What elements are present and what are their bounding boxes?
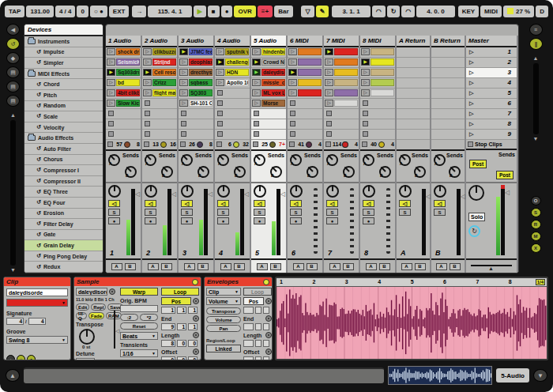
send-b-knob[interactable]: B <box>125 166 137 178</box>
clip-stop-button[interactable] <box>290 121 295 126</box>
track-stop-button[interactable] <box>325 141 331 147</box>
arrangement-view-button[interactable]: ≡ <box>529 24 543 36</box>
clip-slot[interactable] <box>215 89 250 99</box>
solo-button[interactable]: Solo <box>468 213 485 221</box>
clip-play-button[interactable]: ▷ <box>361 69 370 76</box>
env-length-16ths-field[interactable] <box>263 340 269 347</box>
clip-slot[interactable]: ▶ <box>360 58 395 68</box>
clip-stop-button[interactable] <box>108 121 114 126</box>
clip-slot[interactable]: ▷Crizz <box>142 78 177 89</box>
crossfade-b-button[interactable]: B <box>161 263 172 270</box>
scene-3[interactable]: ▷3 <box>466 68 517 78</box>
clip-slot[interactable] <box>142 109 177 119</box>
clip-stop-button[interactable] <box>254 121 259 126</box>
clip-playing-button[interactable]: ▶ <box>179 48 188 55</box>
clip-play-button[interactable]: ▷ <box>143 48 152 55</box>
crossfade-b-button[interactable]: B <box>270 263 281 270</box>
length-bars-field[interactable]: 8 <box>161 340 175 347</box>
env-set-offset-button[interactable] <box>265 349 272 355</box>
scene-launch-button[interactable]: ▷ <box>469 59 473 66</box>
clip-slot[interactable]: ▷ <box>288 89 322 99</box>
env-end-beats-field[interactable] <box>255 323 261 330</box>
clip-slot[interactable]: ▷SQ303 <box>179 89 213 99</box>
show-info-view-button[interactable]: ▲ <box>6 369 20 382</box>
clip-play-button[interactable]: ▷ <box>179 89 188 96</box>
arm-button[interactable]: ● <box>326 217 338 224</box>
pan-knob[interactable] <box>290 185 303 198</box>
clip-play-button[interactable]: ▷ <box>107 79 115 86</box>
warp-button[interactable]: Warp <box>120 288 158 296</box>
signature-numerator-field[interactable]: 4 <box>6 318 24 325</box>
clip-slot[interactable]: ▶Cell resona <box>142 68 177 78</box>
browser-item-filter-delay[interactable]: ↺Filter Delay <box>24 219 103 230</box>
show-io-button[interactable]: O <box>531 196 541 205</box>
track-header[interactable]: A Return <box>397 36 430 47</box>
track-activator-button[interactable]: ◁ <box>254 200 265 207</box>
clip-slot[interactable]: ▶Crowd Noi <box>251 58 286 68</box>
punch-in-button[interactable]: ◠ <box>372 6 386 17</box>
clip-play-button[interactable]: ▷ <box>325 79 333 86</box>
pan-knob[interactable] <box>254 185 266 198</box>
show-returns-button[interactable]: R <box>531 220 541 229</box>
show-mixer-button[interactable]: M <box>531 232 541 241</box>
file-browser-1-button[interactable]: ▤ <box>6 66 20 78</box>
length-16ths-field[interactable]: 0 <box>188 340 198 347</box>
browser-scrollbar[interactable]: ▲ ▼ <box>9 112 17 273</box>
send-a-knob[interactable]: A <box>181 154 193 166</box>
browser-item-eq-three[interactable]: ↺EQ Three <box>24 187 103 198</box>
clip-play-button[interactable]: ▷ <box>252 89 261 96</box>
clip-play-button[interactable]: ▷ <box>107 48 115 55</box>
replace-sample-button[interactable]: Repl <box>91 303 106 311</box>
track-stop-button[interactable] <box>362 141 367 147</box>
fader-handle[interactable]: ◁ <box>135 191 140 198</box>
clip-slot[interactable]: ▷drecthys <box>179 68 213 78</box>
show-sample-box-button[interactable]: ○ <box>17 355 25 360</box>
clip-stop-button[interactable] <box>254 111 259 116</box>
clip-play-button[interactable]: ▷ <box>361 48 370 55</box>
fader-handle[interactable]: ◁ <box>208 191 213 198</box>
browser-item-velocity[interactable]: ↺Velocity <box>24 122 103 134</box>
show-launch-box-button[interactable]: + <box>6 355 15 360</box>
transpose-knob[interactable] <box>79 329 95 345</box>
browser-item-eq-four[interactable]: ↺EQ Four <box>24 198 103 209</box>
clip-slot[interactable] <box>179 109 213 119</box>
clip-playing-button[interactable]: ▶ <box>216 58 224 66</box>
fader-handle[interactable]: ◁ <box>171 191 176 198</box>
send-a-knob[interactable]: A <box>363 154 374 166</box>
clip-slot[interactable]: ▶ <box>288 68 322 78</box>
solo-button[interactable]: S <box>363 209 374 216</box>
browser-item-scale[interactable]: ↺Scale <box>24 111 103 122</box>
send-a-knob[interactable]: A <box>326 154 338 166</box>
send-a-knob[interactable]: A <box>399 154 411 166</box>
crossfader-track[interactable]: ▲ <box>471 265 512 266</box>
scroll-up-icon[interactable]: ▲ <box>533 55 539 62</box>
track-header[interactable]: 5 Audio <box>251 36 286 47</box>
scene-launch-button[interactable]: ▷ <box>469 121 473 127</box>
arm-button[interactable]: ● <box>181 217 193 224</box>
end-16ths-field[interactable]: 1 <box>188 323 198 330</box>
loop-start-field[interactable]: 3. 1. 1 <box>332 6 370 17</box>
crossfade-b-button[interactable]: B <box>343 263 354 270</box>
show-envelope-box-button[interactable]: ● <box>27 355 36 360</box>
groove-amount-field[interactable]: 0 <box>77 6 88 17</box>
show-sends-button[interactable]: S <box>531 208 541 217</box>
scene-9[interactable]: ▷9 <box>466 130 517 140</box>
browser-item-erosion[interactable]: ↺Erosion <box>24 209 103 220</box>
clip-slot[interactable] <box>106 109 141 119</box>
arm-button[interactable]: ● <box>254 217 265 224</box>
track-header[interactable]: 4 Audio <box>215 36 250 47</box>
clip-stop-button[interactable] <box>290 111 295 116</box>
clip-slot[interactable]: ▷ <box>324 68 359 78</box>
arm-button[interactable]: ● <box>217 217 229 224</box>
track-stop-button[interactable] <box>144 141 149 147</box>
scrollbar-thumb[interactable] <box>533 63 539 134</box>
scrollbar-thumb[interactable] <box>10 120 16 266</box>
crossfade-b-button[interactable]: B <box>450 263 461 270</box>
fader-handle[interactable]: ◁ <box>244 191 249 198</box>
clip-slot[interactable]: ▷deophlax1 <box>179 58 213 68</box>
env-length-bars-field[interactable] <box>243 340 254 347</box>
track-stop-button[interactable] <box>180 141 186 147</box>
env-offset-beats-field[interactable] <box>255 356 261 360</box>
show-crossfader-button[interactable]: X <box>531 243 541 253</box>
env-end-bars-field[interactable] <box>243 323 254 330</box>
